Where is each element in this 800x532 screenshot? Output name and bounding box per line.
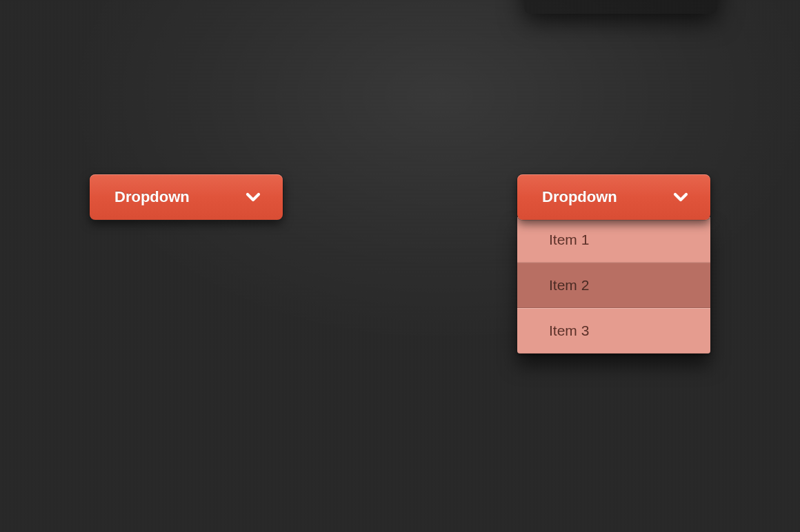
dropdown-item-label: Item 3 (549, 323, 589, 339)
dropdown-menu: Item 1Item 2Item 3 (517, 217, 710, 354)
chevron-down-icon (670, 187, 691, 207)
dropdown-item-label: Item 2 (549, 277, 589, 294)
chevron-down-icon (243, 187, 263, 207)
dropdown-item[interactable]: Item 3 (517, 308, 710, 354)
dropdown-open: Dropdown Item 1Item 2Item 3 (517, 174, 710, 356)
dropdown-label: Dropdown (542, 188, 617, 206)
dropdown-item[interactable]: Item 1 (517, 217, 710, 263)
dropdown-label: Dropdown (114, 188, 190, 206)
dropdown-toggle-button[interactable]: Dropdown (90, 174, 283, 220)
dropdown-item[interactable]: Item 2 (517, 263, 710, 308)
offscreen-panel-shadow (524, 0, 717, 14)
dropdown-closed: Dropdown (90, 174, 283, 220)
dropdown-toggle-button[interactable]: Dropdown (517, 174, 710, 220)
dropdown-item-label: Item 1 (549, 232, 589, 248)
